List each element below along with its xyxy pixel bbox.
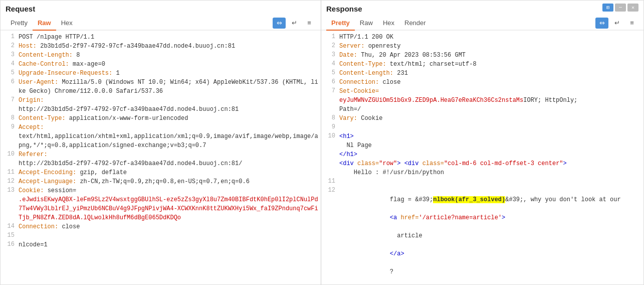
response-toolbar: ⇔ ↵ ≡ [595, 18, 638, 29]
table-row: 7 Origin:http://2b3b1d5d-2f97-4792-97cf-… [1, 96, 321, 114]
table-row: 4 Cache-Control: max-age=0 [1, 60, 321, 69]
response-tab-raw[interactable]: Raw [355, 16, 378, 31]
response-title: Response [326, 3, 638, 16]
response-ln-btn[interactable]: ↵ [610, 18, 623, 29]
table-row: 11 Accept-Encoding: gzip, deflate [1, 168, 321, 177]
table-row: 4 Content-Type: text/html; charset=utf-8 [321, 60, 643, 69]
request-tab-pretty[interactable]: Pretty [6, 16, 33, 31]
response-content[interactable]: 1 HTTP/1.1 200 OK 2 Server: openresty 3 … [321, 31, 643, 284]
table-row: 3 Date: Thu, 20 Apr 2023 08:53:56 GMT [321, 51, 643, 60]
table-row: 1 HTTP/1.1 200 OK [321, 33, 643, 42]
table-row: 9 Accept:text/html,application/xhtml+xml… [1, 123, 321, 150]
table-row: 14 Connection: close [1, 222, 321, 231]
win-btn-minimize[interactable]: ─ [615, 4, 626, 12]
table-row: 12 flag = &#39;nlbook(afr_3_solved)&#39;… [321, 186, 643, 284]
table-row: 10 <h1> Nl Page</h1><div class="row"> <d… [321, 132, 643, 177]
request-header-row: Request [1, 1, 321, 16]
request-tab-hex[interactable]: Hex [56, 16, 78, 31]
request-panel: Request Pretty Raw Hex ⇔ ↵ ≡ 1 POST /nlp… [1, 1, 321, 284]
response-menu-btn[interactable]: ≡ [625, 18, 638, 29]
request-toolbar: ⇔ ↵ ≡ [273, 18, 316, 29]
table-row: 7 Set-Cookie=eyJuMWNvZGUiOm51bGx9.ZED9pA… [321, 87, 643, 114]
window-controls: ⊞ ─ ✕ [602, 4, 638, 12]
win-btn-close[interactable]: ✕ [627, 4, 638, 12]
table-row: 5 Upgrade-Insecure-Requests: 1 [1, 69, 321, 78]
table-row: 2 Host: 2b3b1d5d-2f97-4792-97cf-a349baae… [1, 42, 321, 51]
table-row: 15 [1, 231, 321, 240]
table-row: 2 Server: openresty [321, 42, 643, 51]
response-tab-render[interactable]: Render [399, 16, 431, 31]
table-row: 8 Content-Type: application/x-www-form-u… [1, 114, 321, 123]
table-row: 6 Connection: close [321, 78, 643, 87]
request-content[interactable]: 1 POST /nlpage HTTP/1.1 2 Host: 2b3b1d5d… [1, 31, 321, 284]
request-wrap-btn[interactable]: ⇔ [273, 18, 286, 29]
table-row: 11 [321, 177, 643, 186]
table-row: 12 Accept-Language: zh-CN,zh-TW;q=0.9,zh… [1, 177, 321, 186]
request-ln-btn[interactable]: ↵ [288, 18, 301, 29]
table-row: 13 Cookie: session=.eJwdisEKwyAQBX-leFm9… [1, 186, 321, 222]
win-btn-grid[interactable]: ⊞ [602, 4, 613, 12]
table-row: 3 Content-Length: 8 [1, 51, 321, 60]
response-panel: Response Pretty Raw Hex Render ⇔ ↵ ≡ 1 H… [321, 1, 643, 284]
request-menu-btn[interactable]: ≡ [303, 18, 316, 29]
response-tab-hex[interactable]: Hex [378, 16, 399, 31]
table-row: 6 User-Agent: Mozilla/5.0 (Windows NT 10… [1, 78, 321, 96]
main-container: ⊞ ─ ✕ Request Pretty Raw Hex ⇔ ↵ ≡ 1 POS… [0, 0, 644, 285]
table-row: 10 Referer:http://2b3b1d5d-2f97-4792-97c… [1, 150, 321, 168]
request-tab-raw[interactable]: Raw [33, 16, 56, 31]
table-row: 9 [321, 123, 643, 132]
response-tabs-row: Pretty Raw Hex Render ⇔ ↵ ≡ [321, 16, 643, 31]
response-header-row: Response [321, 1, 643, 16]
response-wrap-btn[interactable]: ⇔ [595, 18, 608, 29]
response-tab-pretty[interactable]: Pretty [326, 16, 355, 31]
request-tabs-row: Pretty Raw Hex ⇔ ↵ ≡ [1, 16, 321, 31]
request-title: Request [6, 3, 316, 16]
table-row: 1 POST /nlpage HTTP/1.1 [1, 33, 321, 42]
table-row: 8 Vary: Cookie [321, 114, 643, 123]
table-row: 5 Content-Length: 231 [321, 69, 643, 78]
table-row: 16 nlcode=1 [1, 240, 321, 249]
